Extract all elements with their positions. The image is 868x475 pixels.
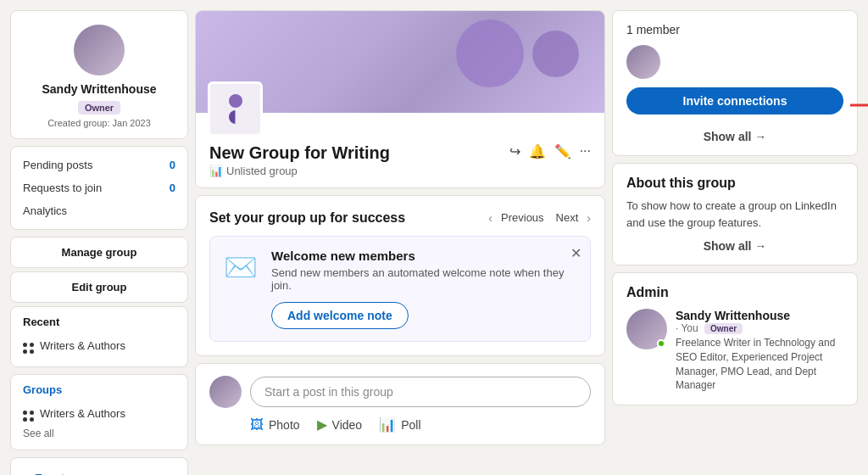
group-name: New Group for Writing [209,143,390,163]
sidebar-nav: Pending posts 0 Requests to join 0 Analy… [10,146,188,230]
group-logo [208,81,263,137]
group-action-icons: ↪ 🔔 ✏️ ··· [509,143,591,159]
profile-card: Sandy Writtenhouse Owner Created group: … [10,10,188,139]
recent-section: Recent Writers & Authors [10,306,188,367]
about-description: To show how to create a group on LinkedI… [626,198,843,231]
prev-button[interactable]: Previous [498,210,548,226]
members-card: 1 member Invite connections Show all → [612,10,858,156]
banner-circle-small [532,31,579,77]
video-label: Video [332,418,363,432]
setup-header: Set your group up for success ‹ Previous… [209,210,591,226]
banner-decoration [456,20,579,87]
post-actions: 🖼 Photo ▶ Video 📊 Poll [209,416,591,433]
edit-group-card: Edit group [10,271,188,303]
invite-btn-wrapper: Invite connections [626,87,843,123]
members-show-all[interactable]: Show all → [626,130,843,143]
group-type: 📊 Unlisted group [209,165,390,177]
requests-badge: 0 [170,182,175,194]
about-show-all[interactable]: Show all → [626,239,843,253]
banner-circle-large [456,20,524,87]
post-input-row: Start a post in this group [209,376,591,408]
admin-owner-badge: Owner [704,323,743,334]
photo-label: Photo [269,418,300,432]
events-link[interactable]: Events + [23,467,175,475]
about-card: About this group To show how to create a… [612,163,858,265]
welcome-card: ✉️ Welcome new members Send new members … [209,236,591,342]
recent-writers-authors-label: Writers & Authors [40,339,125,352]
admin-description: Freelance Writer in Technology and SEO E… [676,336,843,393]
group-banner [196,11,604,113]
main-content: New Group for Writing 📊 Unlisted group ↪… [195,10,605,475]
grid-icon-2 [23,405,35,422]
welcome-title: Welcome new members [271,249,578,263]
profile-owner-badge: Owner [78,101,120,115]
events-label: Events [35,472,71,475]
grid-icon [23,337,35,355]
video-action[interactable]: ▶ Video [317,416,363,433]
share-icon[interactable]: ↪ [509,143,520,159]
members-count: 1 member [626,23,843,36]
close-welcome-button[interactable]: ✕ [570,245,581,261]
recent-writers-authors[interactable]: Writers & Authors [23,333,175,358]
sidebar-item-pending[interactable]: Pending posts 0 [11,154,187,176]
profile-name: Sandy Writtenhouse [21,82,177,96]
welcome-description: Send new members an automated welcome no… [271,266,578,292]
add-welcome-button[interactable]: Add welcome note [271,302,409,329]
next-chevron-icon: › [587,211,591,225]
admin-avatar [626,309,667,349]
photo-action[interactable]: 🖼 Photo [250,416,300,433]
groups-see-all[interactable]: See all [23,426,175,441]
unlisted-icon: 📊 [209,165,223,177]
admin-info: Sandy Writtenhouse · You Owner Freelance… [676,309,843,393]
admin-you-label: · You [676,322,698,334]
groups-section: Groups Writers & Authors See all [10,374,188,450]
more-options-icon[interactable]: ··· [580,143,591,159]
online-indicator [657,339,665,348]
admin-row: Sandy Writtenhouse · You Owner Freelance… [626,309,843,393]
events-section: Events + Followed Hashtags [10,457,188,475]
envelope-icon: ✉️ [222,249,259,286]
group-header-card: New Group for Writing 📊 Unlisted group ↪… [195,10,605,188]
pending-badge: 0 [170,159,175,171]
prev-chevron-icon: ‹ [488,211,492,225]
groups-title[interactable]: Groups [23,383,175,396]
setup-card: Set your group up for success ‹ Previous… [195,195,605,356]
setup-title: Set your group up for success [209,210,405,226]
post-avatar [209,376,242,408]
next-button[interactable]: Next [553,210,582,226]
right-sidebar: 1 member Invite connections Show all → [612,10,858,475]
left-sidebar: Sandy Writtenhouse Owner Created group: … [10,10,188,475]
member-avatar [626,45,660,79]
groups-writers-authors-label: Writers & Authors [40,407,125,420]
about-title: About this group [626,176,843,191]
groups-writers-authors[interactable]: Writers & Authors [23,401,175,426]
manage-group-card: Manage group [10,237,188,268]
sidebar-item-requests[interactable]: Requests to join 0 [11,176,187,199]
admin-title: Admin [626,285,843,300]
invite-connections-button[interactable]: Invite connections [626,87,843,115]
member-avatar-row [626,45,843,79]
edit-group-button[interactable]: Edit group [11,272,187,302]
admin-card: Admin Sandy Writtenhouse · You Owner Fre… [612,272,858,405]
photo-icon: 🖼 [250,417,264,433]
avatar [74,25,125,75]
video-icon: ▶ [317,416,327,433]
red-arrow-annotation [846,92,868,118]
sidebar-item-analytics[interactable]: Analytics [11,199,187,222]
recent-title: Recent [23,316,175,328]
admin-name: Sandy Writtenhouse [676,309,790,322]
setup-navigation: ‹ Previous Next › [488,210,591,226]
poll-icon: 📊 [379,416,396,433]
poll-label: Poll [401,418,420,432]
post-card: Start a post in this group 🖼 Photo ▶ Vid… [195,363,605,445]
post-input[interactable]: Start a post in this group [250,377,591,407]
manage-group-button[interactable]: Manage group [11,238,187,267]
bell-icon[interactable]: 🔔 [529,143,546,159]
events-plus-icon[interactable]: + [157,472,164,475]
edit-pencil-icon[interactable]: ✏️ [554,143,571,159]
profile-meta: Created group: Jan 2023 [21,118,177,128]
poll-action[interactable]: 📊 Poll [379,416,420,433]
welcome-content: Welcome new members Send new members an … [271,249,578,329]
